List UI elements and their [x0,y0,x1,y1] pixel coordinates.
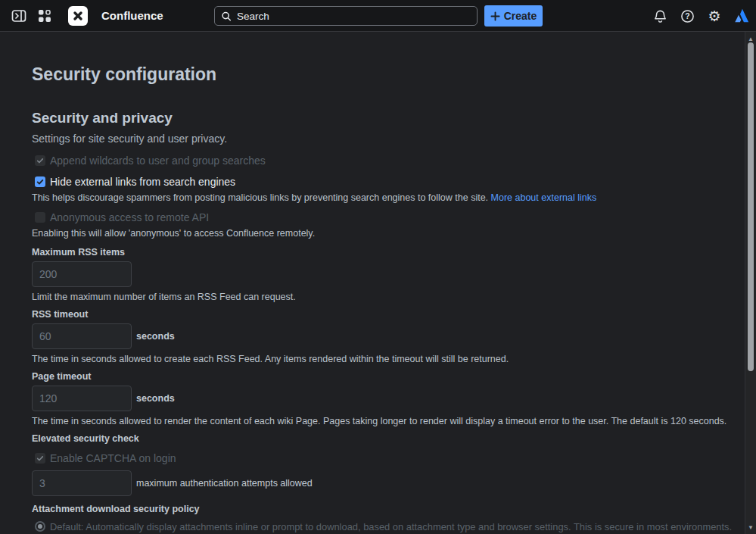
max-rss-help: Limit the maximum number of items an RSS… [32,292,745,303]
hide-external-links-checkbox[interactable] [35,176,45,187]
vertical-scrollbar[interactable]: ▲ ▼ [745,32,756,534]
hide-external-links-help: This helps discourage spammers from post… [32,192,745,204]
search-bar[interactable] [214,6,478,26]
page-timeout-help: The time in seconds allowed to render th… [32,416,745,427]
captcha-label: Enable CAPTCHA on login [50,452,176,464]
page-timeout-input [32,386,132,411]
checkmark-icon [36,178,44,186]
checkmark-icon [36,454,44,462]
settings-gear-icon[interactable]: ⚙ [706,8,723,24]
search-icon [221,11,232,22]
product-title: Confluence [101,9,163,22]
append-wildcards-label: Append wildcards to user and group searc… [50,155,266,167]
rss-timeout-suffix: seconds [136,331,175,342]
hide-external-links-help-text: This helps discourage spammers from post… [32,192,488,203]
attachment-policy-label: Attachment download security policy [32,504,745,515]
sidebar-toggle-icon[interactable] [11,8,27,24]
attachment-default-option-label: Default: Automatically display attachmen… [50,521,732,533]
rss-timeout-label: RSS timeout [32,309,745,320]
anonymous-api-row: Anonymous access to remote API [32,211,745,223]
page-timeout-suffix: seconds [136,393,175,404]
plus-icon [490,11,500,21]
scrollbar-thumb[interactable] [748,42,754,371]
attachment-default-option-row: Default: Automatically display attachmen… [32,521,745,533]
checkmark-icon [36,157,44,164]
top-navigation-bar: Confluence Create ? ⚙ [0,0,756,32]
create-button-label: Create [504,10,537,22]
atlassian-logo-icon[interactable] [733,8,750,24]
svg-text:?: ? [685,12,689,20]
app-switcher-icon[interactable] [36,8,53,24]
auth-attempts-input [32,470,132,496]
more-about-external-links-link[interactable]: More about external links [491,192,597,203]
hide-external-links-row: Hide external links from search engines [32,176,745,188]
captcha-checkbox [35,453,45,464]
search-input[interactable] [237,11,471,22]
section-title: Security and privacy [32,110,745,126]
page-timeout-label: Page timeout [32,371,745,383]
security-configuration-page: Security configuration Security and priv… [0,33,745,534]
append-wildcards-row: Append wildcards to user and group searc… [32,155,745,167]
captcha-row: Enable CAPTCHA on login [32,452,745,464]
hide-external-links-label: Hide external links from search engines [50,176,235,188]
page-title: Security configuration [32,64,745,84]
max-rss-input [32,261,132,287]
append-wildcards-checkbox [35,155,45,166]
anonymous-api-checkbox [35,212,45,223]
attachment-default-radio [35,521,45,532]
anonymous-api-label: Anonymous access to remote API [50,211,209,223]
rss-timeout-help: The time in seconds allowed to create ea… [32,354,745,365]
notifications-bell-icon[interactable] [652,8,668,24]
section-subtitle: Settings for site security and user priv… [32,133,745,145]
confluence-logo-icon[interactable] [68,6,88,26]
rss-timeout-input [32,323,132,349]
create-button[interactable]: Create [484,5,543,27]
elevated-security-label: Elevated security check [32,433,745,445]
max-rss-label: Maximum RSS items [32,247,745,258]
scroll-down-arrow-icon[interactable]: ▼ [745,522,756,532]
anonymous-api-help: Enabling this will allow 'anonymous' to … [32,228,745,239]
help-icon[interactable]: ? [679,8,695,24]
auth-attempts-suffix: maximum authentication attempts allowed [136,478,313,489]
